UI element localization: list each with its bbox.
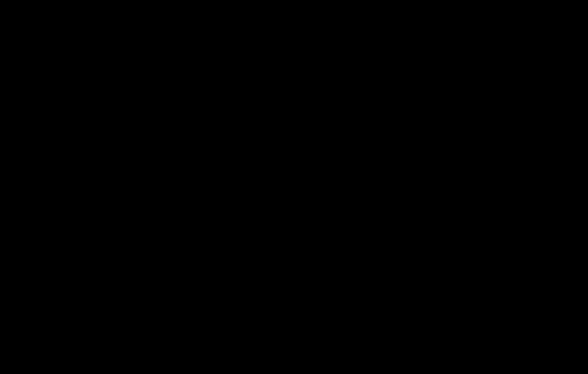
event-marker-line — [0, 343, 2, 374]
signal-level-canvas — [23, 361, 588, 374]
info-row-observer — [165, 25, 302, 36]
level-strip-baseline — [23, 346, 588, 347]
info-row-location — [165, 59, 302, 70]
spectrogram-canvas — [23, 79, 588, 344]
hrofft-output-screen: { "header": { "app_title": "H R O F F T"… — [0, 0, 588, 374]
